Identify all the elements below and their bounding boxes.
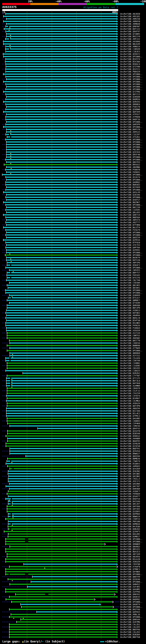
- hit-label[interactable]: UniRef100_P02385: [120, 148, 140, 151]
- hit-label[interactable]: UniRef100_A1D013: [120, 309, 140, 312]
- hit-label[interactable]: UniRef100_A7TN49: [120, 347, 140, 349]
- hit-label[interactable]: UniRef100_Q53G74: [120, 176, 140, 178]
- hit-bar[interactable]: [8, 423, 117, 424]
- hit-bar[interactable]: [6, 84, 117, 85]
- hit-bar[interactable]: [6, 551, 117, 552]
- hit-bar[interactable]: [7, 368, 117, 369]
- hit-label[interactable]: UniRef100_P49669: [120, 493, 140, 495]
- hit-bar[interactable]: [6, 38, 117, 40]
- hit-bar[interactable]: [6, 360, 117, 361]
- hit-label[interactable]: UniRef100_UPI000..: [120, 204, 143, 206]
- hit-label[interactable]: UniRef100_Q15ES8: [120, 445, 140, 447]
- hit-label[interactable]: UniRef100_UPI000..: [120, 83, 143, 86]
- hit-bar[interactable]: [7, 146, 117, 148]
- hit-label[interactable]: UniRef100_Q3SEA6: [120, 578, 140, 580]
- hit-bar[interactable]: [7, 403, 117, 404]
- hit-bar[interactable]: [6, 589, 117, 590]
- hit-bar[interactable]: [7, 408, 117, 409]
- hit-label[interactable]: UniRef100_Q29AF5: [120, 530, 140, 533]
- hit-bar[interactable]: [7, 395, 117, 396]
- hit-bar[interactable]: [7, 149, 117, 150]
- hit-bar[interactable]: [7, 350, 117, 351]
- hit-label[interactable]: UniRef100_UPI000..: [120, 121, 143, 123]
- hit-label[interactable]: UniRef100_UPI000..: [120, 289, 143, 292]
- hit-label[interactable]: UniRef100_P09180: [120, 520, 140, 523]
- hit-label[interactable]: UniRef100_UPI000..: [120, 601, 143, 603]
- hit-bar[interactable]: [7, 362, 117, 364]
- hit-bar[interactable]: [9, 516, 117, 517]
- hit-label[interactable]: UniRef100_UPI000..: [120, 76, 143, 78]
- hit-bar[interactable]: [10, 425, 117, 426]
- hit-label[interactable]: UniRef100_Q6Y213: [120, 93, 140, 96]
- hit-bar[interactable]: [6, 116, 117, 118]
- hit-label[interactable]: UniRef100_Q28346: [120, 194, 140, 196]
- hit-bar[interactable]: [8, 473, 117, 474]
- hit-bar[interactable]: [7, 508, 117, 510]
- hit-label[interactable]: UniRef100_Q8MUE7: [120, 299, 140, 302]
- hit-bar[interactable]: [6, 322, 117, 324]
- hit-bar[interactable]: [7, 237, 117, 238]
- hit-bar[interactable]: [7, 224, 117, 226]
- hit-bar[interactable]: [7, 511, 117, 512]
- hit-label[interactable]: UniRef100_Q9XFV3: [120, 428, 140, 430]
- hit-bar[interactable]: [4, 54, 117, 54]
- hit-bar[interactable]: [7, 106, 117, 107]
- hit-label[interactable]: UniRef100_Q4GXN5: [120, 418, 140, 420]
- hit-label[interactable]: UniRef100_A6QSW2: [120, 337, 140, 339]
- hit-bar[interactable]: [6, 184, 117, 185]
- hit-bar[interactable]: [16, 594, 114, 595]
- hit-bar[interactable]: [10, 450, 117, 452]
- hit-label[interactable]: UniRef100_C4JM63: [120, 400, 140, 402]
- hit-bar[interactable]: [7, 300, 117, 301]
- hit-label[interactable]: UniRef100_Q6P3V9: [120, 111, 140, 113]
- hit-bar[interactable]: [7, 493, 117, 494]
- hit-label[interactable]: UniRef100_B9ZYX6: [120, 608, 140, 611]
- hit-bar[interactable]: [6, 209, 117, 210]
- hit-bar[interactable]: [6, 46, 117, 47]
- hit-label[interactable]: UniRef100_Q90YW7: [120, 25, 140, 28]
- hit-bar[interactable]: [8, 526, 117, 527]
- hit-bar[interactable]: [6, 61, 117, 62]
- hit-bar[interactable]: [7, 36, 117, 37]
- hit-label[interactable]: UniRef100_B9P578: [120, 128, 140, 131]
- hit-label[interactable]: UniRef100_Q5RCR3: [120, 101, 140, 103]
- hit-label[interactable]: UniRef100_C4Y874: [120, 395, 140, 397]
- hit-bar[interactable]: [9, 521, 117, 522]
- hit-label[interactable]: UniRef100_Q4SLX9: [120, 191, 140, 194]
- hit-label[interactable]: UniRef100_B7PSE0: [120, 242, 140, 244]
- hit-bar[interactable]: [8, 536, 117, 537]
- hit-label[interactable]: UniRef100_UPI000..: [120, 616, 143, 618]
- hit-label[interactable]: UniRef100_B2YHX9: [120, 186, 140, 188]
- hit-bar[interactable]: [7, 232, 117, 233]
- hit-label[interactable]: UniRef100_Q7Y1I5: [120, 377, 140, 380]
- hit-bar[interactable]: [9, 501, 117, 502]
- hit-label[interactable]: UniRef100_B3M017: [120, 536, 140, 538]
- hit-bar[interactable]: [7, 18, 117, 20]
- hit-bar[interactable]: [10, 302, 117, 304]
- hit-label[interactable]: UniRef100_Q9P784: [120, 246, 140, 249]
- hit-label[interactable]: UniRef100_A7E7X3: [120, 244, 140, 246]
- hit-bar[interactable]: [7, 400, 117, 402]
- hit-bar[interactable]: [6, 312, 117, 314]
- hit-label[interactable]: UniRef100_B4FVJ0: [120, 259, 140, 261]
- hit-label[interactable]: UniRef100_Q06YX9: [120, 576, 140, 578]
- hit-bar[interactable]: [21, 619, 117, 620]
- hit-label[interactable]: UniRef100_B4F9G0: [120, 382, 140, 384]
- hit-bar[interactable]: [6, 234, 117, 236]
- hit-bar[interactable]: [4, 91, 117, 92]
- hit-bar[interactable]: [6, 51, 117, 52]
- hit-label[interactable]: UniRef100_C7YTW7: [120, 375, 140, 377]
- hit-label[interactable]: UniRef100_UPI000..: [120, 232, 143, 234]
- hit-label[interactable]: UniRef100_UPI000..: [120, 538, 143, 540]
- hit-label[interactable]: UniRef100_UPI000..: [120, 196, 143, 198]
- hit-bar[interactable]: [7, 244, 117, 246]
- hit-bar[interactable]: [6, 486, 117, 487]
- hit-label[interactable]: UniRef100_B4K9Q9: [120, 488, 140, 490]
- hit-bar[interactable]: [9, 491, 117, 492]
- hit-bar[interactable]: [9, 528, 117, 530]
- hit-label[interactable]: UniRef100_C5MC94: [120, 425, 140, 427]
- hit-bar[interactable]: [10, 632, 117, 632]
- hit-label[interactable]: UniRef100_Q4CY07: [120, 485, 140, 488]
- hit-bar[interactable]: [7, 219, 117, 220]
- hit-label[interactable]: UniRef100_B3L6J8: [120, 558, 140, 560]
